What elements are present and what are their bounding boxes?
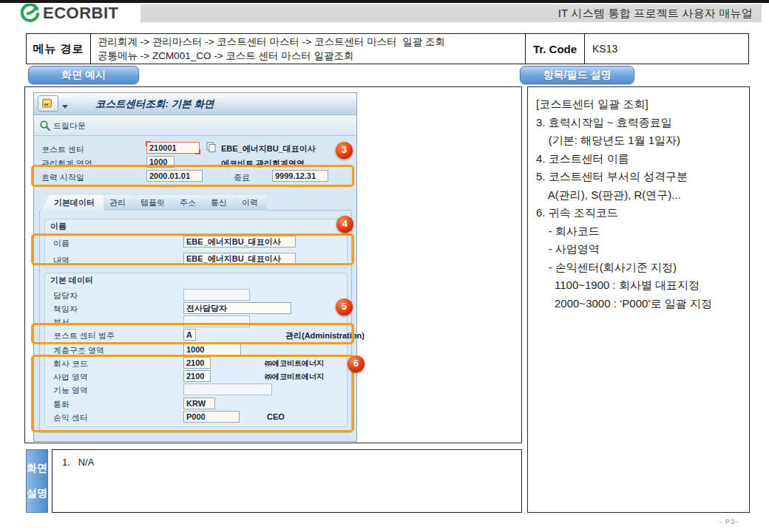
- note-line: 1100~1900 : 회사별 대표지정: [536, 276, 749, 295]
- ecorbit-logo-icon: [21, 4, 40, 23]
- currency-label: 통화: [53, 399, 70, 410]
- name-group-title: 이름: [50, 221, 67, 232]
- business-area-input[interactable]: 2100: [183, 370, 211, 382]
- screen-description-label-line2: 설명: [27, 487, 47, 500]
- badge-5: 5: [336, 299, 353, 316]
- controlling-area-desc: 에코비트 관리회계영역: [221, 158, 305, 169]
- currency-input[interactable]: KRW: [183, 398, 215, 409]
- hierarchy-area-input[interactable]: 1000: [183, 344, 241, 355]
- note-line: 3. 효력시작일 ~ 효력종료일: [536, 114, 749, 132]
- note-line: - 회사코드: [536, 222, 749, 241]
- window-menu-glyph-icon: [42, 98, 54, 109]
- menu-path-value: 관리회계 -> 관리마스터 -> 코스트센터 마스터 -> 코스트센터 마스터 …: [91, 34, 526, 64]
- company-code-input[interactable]: 2100: [183, 357, 211, 369]
- screen-description-box: 1. N/A: [52, 449, 522, 513]
- note-line: A(관리), S(판관), R(연구)...: [536, 186, 749, 205]
- note-line: - 손익센터(회사기준 지정): [536, 259, 749, 277]
- sap-toolbar: 드릴다운: [34, 115, 356, 136]
- menu-path-line2: 공통메뉴 -> ZCM001_CO -> 코스트 센터 마스터 일괄조회: [98, 49, 525, 63]
- badge-3: 3: [336, 142, 353, 159]
- business-area-label: 사업 영역: [53, 372, 88, 383]
- note-line: 4. 코스트센터 이름: [536, 150, 749, 168]
- drilldown-button[interactable]: 드릴다운: [39, 118, 86, 133]
- field-description-box: [코스트센터 일괄 조회] 3. 효력시작일 ~ 효력종료일 (기본: 해당년도…: [527, 86, 750, 513]
- cost-center-category-input[interactable]: A: [183, 329, 196, 341]
- screen-description-content: 1. N/A: [62, 457, 521, 468]
- company-code-desc: ㈜에코비트에너지: [265, 358, 324, 369]
- tab-template[interactable]: 템플릿: [128, 195, 174, 211]
- basic-data-group-title: 기본 데이터: [50, 275, 93, 286]
- window-menu-icon[interactable]: [38, 95, 58, 112]
- menu-path-line1: 관리회계 -> 관리마스터 -> 코스트센터 마스터 -> 코스트센터 마스터 …: [98, 35, 525, 49]
- company-code-label: 회사 코드: [53, 358, 88, 369]
- valid-from-label: 효력 시작일: [41, 172, 84, 183]
- note-line: 6. 귀속 조직코드: [536, 204, 749, 222]
- person-in-charge-input[interactable]: [183, 289, 250, 301]
- tr-code-label: Tr. Code: [526, 34, 585, 64]
- badge-6: 6: [348, 355, 365, 372]
- window-menu-dropdown-icon[interactable]: [61, 102, 70, 111]
- name-input[interactable]: EBE_에너지BU_대표이사: [183, 236, 296, 248]
- responsible-label: 책임자: [53, 304, 78, 315]
- drilldown-search-icon: [39, 120, 51, 132]
- note-line: [코스트센터 일괄 조회]: [536, 95, 749, 114]
- profit-center-desc: CEO: [267, 412, 285, 421]
- functional-area-label: 기능 영역: [53, 385, 88, 396]
- business-area-desc: ㈜에코비트에너지: [265, 372, 324, 382]
- note-line: (기본: 해당년도 1월 1일자): [536, 132, 749, 150]
- copy-icon-glyph: [206, 142, 216, 153]
- tab-basic-data[interactable]: 기본데이터: [41, 195, 104, 211]
- valid-to-label: 종료: [234, 172, 250, 183]
- department-input[interactable]: [183, 316, 250, 327]
- cost-center-category-desc: 관리(Administration): [285, 330, 365, 341]
- menu-path-label: 메뉴 경로: [27, 34, 91, 64]
- name-label: 이름: [53, 238, 70, 249]
- sap-tabstrip: 기본데이터 관리 템플릿 주소 통신 이력: [41, 195, 267, 211]
- description-input[interactable]: EBE_에너지BU_대표이사: [183, 253, 296, 265]
- ecorbit-logo: ECORBIT: [21, 3, 125, 24]
- note-line: 5. 코스트센터 부서의 성격구분: [536, 168, 749, 186]
- valid-from-input[interactable]: 2000.01.01: [146, 170, 203, 182]
- valid-to-input[interactable]: 9999.12.31: [272, 170, 328, 182]
- description-label: 내역: [53, 255, 70, 266]
- manual-page: IT 시스템 통합 프로젝트 사용자 매뉴얼 ECORBIT 메뉴 경로 관리회…: [0, 0, 769, 532]
- badge-4: 4: [336, 216, 353, 233]
- person-in-charge-label: 담당자: [53, 290, 78, 301]
- manual-title: IT 시스템 통합 프로젝트 사용자 매뉴얼: [558, 7, 753, 21]
- screen-description-label: 화면 설명: [26, 449, 48, 513]
- sap-window: 코스트센터조회: 기본 화면 드릴다운 코스트 센터 210001 EBE_에너…: [33, 92, 357, 442]
- menu-path-table: 메뉴 경로 관리회계 -> 관리마스터 -> 코스트센터 마스터 -> 코스트센…: [26, 33, 749, 64]
- header-band: IT 시스템 통합 프로젝트 사용자 매뉴얼: [140, 4, 762, 22]
- controlling-area-input[interactable]: 1000: [146, 156, 175, 168]
- sap-titlebar: 코스트센터조회: 기본 화면: [34, 93, 356, 115]
- functional-area-input[interactable]: [183, 383, 272, 395]
- cost-center-category-label: 코스트 센터 범주: [53, 330, 115, 341]
- cost-center-input[interactable]: 210001: [146, 142, 200, 154]
- profit-center-label: 손익 센터: [53, 412, 88, 423]
- section-field-description: 항목/필드 설명: [520, 66, 634, 84]
- responsible-input[interactable]: 전사담당자: [183, 302, 291, 314]
- section-screen-example: 화면 예시: [28, 66, 139, 84]
- screen-description-label-line1: 화면: [27, 462, 47, 475]
- note-line: - 사업영역: [536, 240, 749, 259]
- hierarchy-area-label: 계층구조 영역: [53, 345, 104, 356]
- cost-center-label: 코스트 센터: [41, 144, 84, 155]
- department-label: 부서: [53, 317, 70, 328]
- tr-code-value: KS13: [585, 34, 750, 64]
- copy-icon[interactable]: [206, 142, 216, 156]
- sap-window-title: 코스트센터조회: 기본 화면: [95, 98, 214, 111]
- profit-center-input[interactable]: P000: [183, 411, 240, 423]
- ecorbit-logo-text: ECORBIT: [43, 4, 119, 23]
- drilldown-label: 드릴다운: [53, 120, 86, 132]
- controlling-area-label: 관리회계 영역: [41, 158, 92, 169]
- page-number: - P3-: [719, 518, 738, 525]
- cost-center-desc: EBE_에너지BU_대표이사: [221, 143, 316, 154]
- note-line: 2000~3000 : ‘P000’로 일괄 지정: [536, 295, 749, 313]
